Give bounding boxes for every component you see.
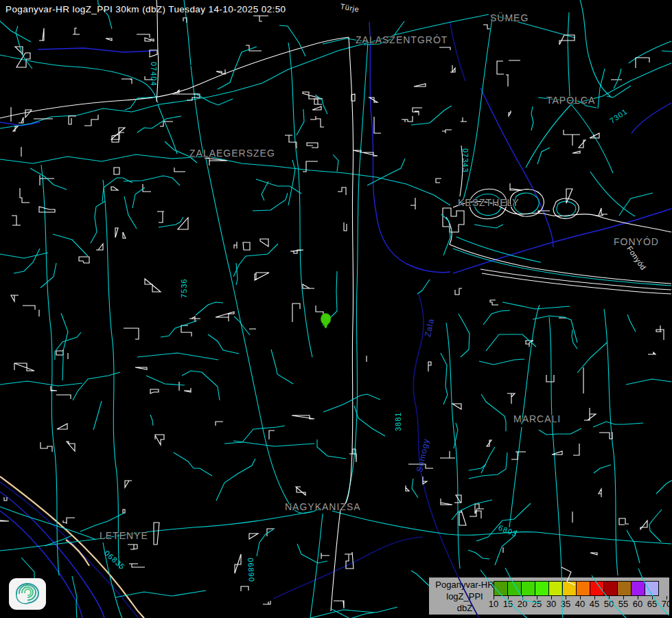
settlement-outline — [344, 222, 347, 231]
settlement-outline — [106, 38, 112, 41]
settlement-outline — [408, 464, 433, 468]
settlement-outline — [452, 404, 461, 409]
minor-road-line — [469, 453, 507, 479]
minor-road-line — [454, 423, 458, 448]
settlement-outline — [181, 325, 192, 336]
legend-tick-label: 50 — [601, 599, 616, 609]
settlement-outline — [124, 328, 139, 339]
minor-road-line — [598, 69, 605, 108]
legend-tick-label: 60 — [630, 599, 645, 609]
settlement-outline — [590, 133, 599, 138]
minor-road-line — [262, 181, 268, 201]
settlement-outline — [189, 317, 200, 322]
minor-road-line — [411, 106, 452, 125]
road-line — [323, 38, 371, 44]
legend-color-swatch — [521, 581, 535, 596]
railway-line — [0, 37, 349, 118]
settlement-outline — [656, 325, 664, 340]
settlement-outline — [559, 35, 575, 45]
railway-line — [331, 37, 354, 611]
settlement-outline — [640, 520, 647, 529]
settlement-outline — [145, 38, 154, 41]
minor-road-line — [73, 372, 120, 400]
minor-road-line — [159, 217, 183, 227]
place-label-turje: Türje — [340, 2, 360, 14]
settlement-outline — [599, 432, 612, 439]
settlement-outline — [11, 295, 19, 301]
settlement-outline — [423, 477, 427, 484]
railway-line — [510, 190, 544, 217]
minor-road-line — [146, 376, 185, 385]
settlement-outline — [307, 143, 318, 148]
minor-road-line — [333, 154, 338, 172]
road-line — [456, 237, 541, 262]
settlement-outline — [552, 451, 562, 455]
road-number-label-7536: 7536 — [180, 279, 188, 298]
settlement-outline — [455, 288, 462, 295]
minor-road-line — [224, 426, 285, 444]
road-number-label-06835: 06835 — [103, 549, 126, 571]
settlement-outline — [155, 435, 164, 445]
settlement-outline — [470, 511, 481, 518]
settlement-outline — [428, 362, 431, 371]
settlement-outline — [178, 218, 188, 229]
road-line — [522, 305, 540, 424]
settlement-outline — [321, 553, 329, 559]
river-line — [453, 209, 671, 273]
settlement-outline — [57, 424, 67, 429]
minor-road-line — [233, 244, 278, 277]
minor-road-line — [53, 234, 88, 256]
road-line — [332, 511, 671, 544]
minor-road-line — [539, 428, 581, 435]
settlement-outline — [354, 150, 378, 156]
minor-road-line — [495, 530, 517, 565]
minor-road-line — [332, 607, 397, 618]
settlement-outline — [160, 122, 173, 126]
minor-road-line — [55, 332, 81, 360]
railway-line — [157, 0, 159, 102]
minor-road-line — [607, 86, 631, 98]
settlement-outline — [63, 518, 75, 524]
settlement-outline — [483, 25, 490, 29]
minor-road-line — [452, 500, 492, 520]
minor-road-line — [132, 187, 145, 208]
minor-road-line — [481, 447, 495, 473]
road-line — [0, 507, 96, 540]
settlement-outline — [243, 242, 250, 250]
settlement-outline — [157, 211, 164, 222]
legend-color-swatch — [494, 581, 508, 596]
minor-road-line — [577, 343, 607, 373]
settlement-outline — [84, 115, 98, 126]
minor-road-line — [208, 334, 239, 354]
settlement-outline — [310, 116, 324, 127]
settlement-outline — [154, 523, 159, 545]
minor-road-line — [594, 465, 611, 473]
settlement-outline — [439, 47, 450, 50]
minor-road-line — [364, 21, 404, 45]
settlement-outline — [338, 187, 346, 195]
railway-line — [480, 269, 671, 290]
settlement-outline — [56, 350, 63, 355]
road-line — [549, 317, 563, 618]
minor-road-line — [165, 141, 197, 163]
legend-tick-label: 40 — [572, 599, 588, 609]
minor-road-line — [479, 359, 524, 365]
legend-color-swatch — [548, 581, 563, 596]
settlement-outline — [67, 442, 75, 451]
settlement-outline — [184, 388, 191, 392]
minor-road-line — [531, 106, 533, 130]
road-number-label-07343: 07343 — [461, 148, 470, 173]
legend-color-swatch — [590, 581, 604, 596]
settlement-outline — [234, 242, 237, 249]
settlement-outline — [15, 47, 23, 54]
minor-road-line — [93, 401, 102, 430]
road-line — [502, 302, 570, 309]
settlement-outline — [123, 232, 126, 238]
settlement-outline — [39, 28, 44, 41]
settlement-outline — [263, 601, 270, 604]
settlement-outline — [249, 534, 258, 539]
road-line — [288, 43, 312, 357]
road-line — [310, 610, 374, 618]
minor-road-line — [572, 330, 577, 349]
legend-color-swatch — [535, 581, 549, 596]
